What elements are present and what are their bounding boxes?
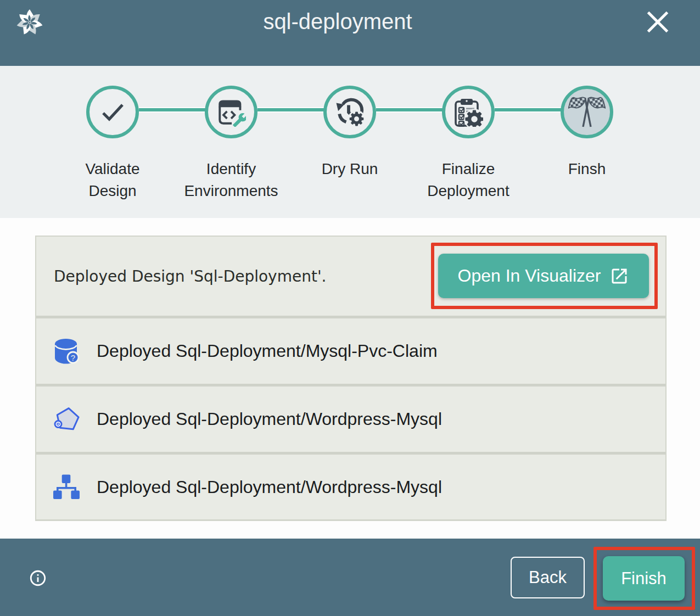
deployed-item-row: Deployed Sql-Deployment/Wordpress-Mysql (36, 387, 665, 452)
history-gear-icon (335, 98, 364, 126)
step-finalize-deployment: Finalize Deployment (409, 66, 528, 202)
step-validate-design: Validate Design (53, 66, 172, 202)
step-dry-run: Dry Run (290, 66, 409, 202)
finish-button[interactable]: Finish (603, 556, 685, 601)
pentagon-icon (53, 406, 80, 433)
deployed-item-row: Deployed Sql-Deployment/Wordpress-Mysql (36, 455, 665, 519)
summary-text: Deployed Design 'Sql-Deployment'. (54, 267, 327, 285)
stepper: Validate Design Identify Environments (0, 66, 700, 218)
dialog-title: sql-deployment (0, 9, 675, 34)
svg-text:?: ? (71, 352, 75, 362)
back-button[interactable]: Back (511, 557, 585, 598)
step-label: Finalize Deployment (417, 158, 519, 202)
deployment-results-panel: Deployed Design 'Sql-Deployment'. Open I… (35, 236, 667, 521)
step-label: Identify Environments (180, 158, 282, 202)
open-in-new-icon (609, 266, 629, 286)
clipboard-gear-icon (453, 97, 483, 127)
deployed-item-text: Deployed Sql-Deployment/Wordpress-Mysql (97, 409, 442, 429)
code-window-wrench-icon (216, 97, 246, 127)
step-label: Dry Run (299, 158, 401, 180)
deployed-item-text: Deployed Sql-Deployment/Wordpress-Mysql (97, 477, 442, 497)
dialog-header: sql-deployment (0, 0, 700, 66)
step-identify-environments: Identify Environments (172, 66, 290, 202)
database-icon: ? (53, 338, 80, 365)
check-icon (97, 97, 128, 127)
open-in-visualizer-label: Open In Visualizer (458, 266, 601, 286)
open-in-visualizer-button[interactable]: Open In Visualizer (438, 254, 649, 298)
summary-row: Deployed Design 'Sql-Deployment'. Open I… (36, 237, 665, 316)
deployed-item-row: ? Deployed Sql-Deployment/Mysql-Pvc-Clai… (36, 318, 665, 384)
deployed-item-text: Deployed Sql-Deployment/Mysql-Pvc-Claim (97, 341, 438, 361)
step-label: Finsh (536, 158, 638, 180)
checkered-flags-icon (568, 95, 606, 129)
dialog-footer: Back Finish (0, 539, 700, 616)
network-icon (53, 474, 80, 500)
step-label: Validate Design (61, 158, 164, 202)
info-icon[interactable] (29, 569, 47, 587)
close-icon[interactable] (646, 10, 670, 34)
step-finish: Finsh (528, 66, 646, 202)
